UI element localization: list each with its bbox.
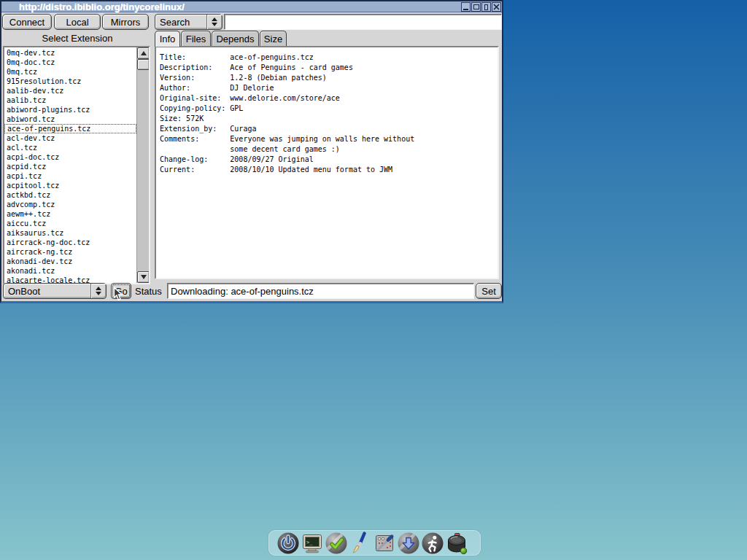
minimize-button[interactable] xyxy=(461,2,471,12)
dropdown-arrows-icon xyxy=(90,284,106,298)
list-item[interactable]: abiword-plugins.tcz xyxy=(4,105,136,114)
list-item[interactable]: aiksaurus.tcz xyxy=(4,228,136,238)
list-item[interactable]: 0mq-doc.tcz xyxy=(4,58,136,67)
extension-list: 0mq-dev.tcz0mq-doc.tcz0mq.tcz915resoluti… xyxy=(4,48,136,283)
list-item[interactable]: aalib.tcz xyxy=(4,96,136,105)
maximize-icon xyxy=(473,4,479,9)
list-item[interactable]: acpi-doc.tcz xyxy=(4,152,136,162)
search-mode-value: Search xyxy=(155,15,206,29)
search-input[interactable] xyxy=(224,14,502,30)
dock-control-panel-button[interactable] xyxy=(373,532,396,555)
extension-info-text: Title: ace-of-penguins.tcz Description: … xyxy=(156,47,498,175)
list-item[interactable]: 915resolution.tcz xyxy=(4,77,136,86)
apps-download-icon xyxy=(397,532,420,555)
shade-button[interactable] xyxy=(481,2,491,12)
scrollbar-thumb[interactable] xyxy=(137,59,150,70)
list-item[interactable]: acpid.tcz xyxy=(4,162,136,171)
mount-tool-icon xyxy=(445,532,468,555)
close-icon xyxy=(493,4,500,10)
desktop: { "window": { "title": "http://distro.ib… xyxy=(0,0,747,560)
dock-mount-tool-button[interactable] xyxy=(445,532,468,555)
tab-info[interactable]: Info xyxy=(155,31,180,47)
status-label: Status xyxy=(135,286,162,297)
apps-check-icon xyxy=(325,532,348,555)
tab-size[interactable]: Size xyxy=(260,31,287,46)
list-item[interactable]: 0mq-dev.tcz xyxy=(4,48,136,58)
list-item[interactable]: aalib-dev.tcz xyxy=(4,86,136,96)
go-button[interactable]: Go xyxy=(111,283,131,299)
list-item[interactable]: acl.tcz xyxy=(4,143,136,152)
list-scrollbar[interactable] xyxy=(136,47,149,283)
titlebar[interactable]: http://distro.ibiblio.org/tinycorelinux/ xyxy=(1,1,502,12)
info-panel: Title: ace-of-penguins.tcz Description: … xyxy=(155,46,499,279)
install-mode-value: OnBoot xyxy=(4,284,90,298)
dock: >_ xyxy=(268,530,481,556)
app-browser-window: http://distro.ibiblio.org/tinycorelinux/… xyxy=(0,0,503,303)
dock-terminal-button[interactable]: >_ xyxy=(301,532,324,555)
dock-apps-download-button[interactable] xyxy=(397,532,420,555)
local-button[interactable]: Local xyxy=(54,14,101,30)
list-header: Select Extension xyxy=(1,33,153,44)
list-item[interactable]: aewm++.tcz xyxy=(4,209,136,219)
maximize-button[interactable] xyxy=(471,2,481,12)
terminal-icon: >_ xyxy=(301,532,324,555)
list-item[interactable]: acl-dev.tcz xyxy=(4,133,136,143)
up-arrow-icon xyxy=(141,51,147,55)
connect-button[interactable]: Connect xyxy=(2,14,52,30)
dock-paint-button[interactable] xyxy=(349,532,372,555)
down-arrow-icon xyxy=(141,275,147,279)
scroll-down-button[interactable] xyxy=(137,271,150,283)
window-title: http://distro.ibiblio.org/tinycorelinux/ xyxy=(1,1,185,12)
mirrors-button[interactable]: Mirrors xyxy=(102,14,149,30)
extension-listbox: 0mq-dev.tcz0mq-doc.tcz0mq.tcz915resoluti… xyxy=(3,46,150,284)
close-button[interactable] xyxy=(492,2,501,12)
shade-icon xyxy=(484,4,488,10)
status-field[interactable] xyxy=(167,283,474,299)
list-item[interactable]: ace-of-penguins.tcz xyxy=(4,124,136,133)
list-item[interactable]: aiccu.tcz xyxy=(4,219,136,228)
window-controls xyxy=(461,2,501,12)
dock-run-button[interactable] xyxy=(421,532,444,555)
dropdown-arrows-icon xyxy=(206,15,222,29)
paintbrush-icon xyxy=(349,532,372,555)
run-icon xyxy=(421,532,444,555)
install-mode-dropdown[interactable]: OnBoot xyxy=(3,283,107,299)
list-item[interactable]: aircrack-ng-doc.tcz xyxy=(4,238,136,247)
scroll-up-button[interactable] xyxy=(137,47,150,59)
tab-depends[interactable]: Depends xyxy=(212,31,259,46)
list-item[interactable]: acpi.tcz xyxy=(4,171,136,181)
list-item[interactable]: akonadi.tcz xyxy=(4,266,136,276)
list-item[interactable]: aircrack-ng.tcz xyxy=(4,247,136,257)
list-item[interactable]: 0mq.tcz xyxy=(4,67,136,77)
list-item[interactable]: abiword.tcz xyxy=(4,114,136,124)
dock-apps-check-button[interactable] xyxy=(325,532,348,555)
list-item[interactable]: actkbd.tcz xyxy=(4,190,136,200)
minimize-icon xyxy=(463,9,468,10)
set-button[interactable]: Set xyxy=(476,283,502,299)
tab-files[interactable]: Files xyxy=(181,31,211,46)
list-item[interactable]: advcomp.tcz xyxy=(4,200,136,209)
list-item[interactable]: acpitool.tcz xyxy=(4,181,136,190)
dock-power-button[interactable] xyxy=(276,532,300,555)
list-item[interactable]: akonadi-dev.tcz xyxy=(4,257,136,266)
power-icon xyxy=(276,532,300,555)
control-panel-icon xyxy=(373,532,396,555)
svg-text:>_: >_ xyxy=(306,540,313,545)
search-mode-dropdown[interactable]: Search xyxy=(155,14,222,30)
